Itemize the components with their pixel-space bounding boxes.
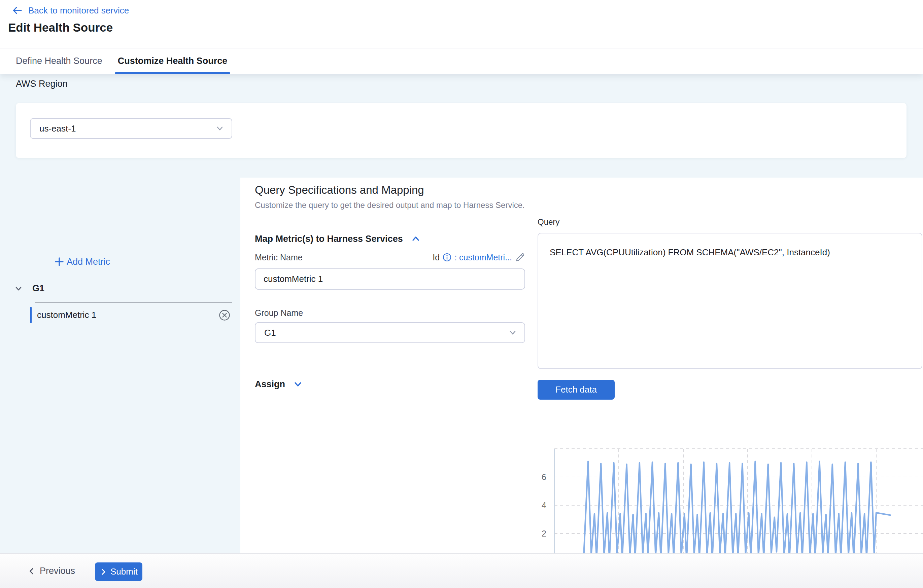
assign-toggle[interactable]: Assign — [255, 379, 303, 390]
aws-region-select[interactable]: us-east-1 — [30, 118, 232, 139]
tab-customize-health-source[interactable]: Customize Health Source — [118, 48, 228, 74]
page-header: Back to monitored service Edit Health So… — [0, 0, 923, 48]
section-subheading: Customize the query to get the desired o… — [255, 200, 525, 210]
fetch-data-button[interactable]: Fetch data — [537, 380, 615, 400]
metric-id-link[interactable]: : customMetri... — [455, 252, 512, 262]
chevron-down-icon — [13, 283, 23, 294]
previous-button-label: Previous — [40, 566, 75, 576]
aws-region-value: us-east-1 — [39, 123, 76, 134]
query-label: Query — [537, 217, 560, 227]
chevron-down-icon — [292, 379, 303, 390]
section-heading: Query Specifications and Mapping — [255, 183, 424, 197]
arrow-left-icon — [11, 5, 23, 16]
selected-indicator — [30, 307, 32, 323]
query-text: SELECT AVG(CPUUtilization) FROM SCHEMA("… — [550, 247, 830, 257]
pencil-icon[interactable] — [515, 252, 525, 262]
svg-text:6: 6 — [542, 472, 546, 482]
assign-label: Assign — [255, 379, 285, 390]
submit-button[interactable]: Submit — [95, 562, 142, 581]
add-metric-label: Add Metric — [67, 257, 110, 267]
chevron-up-icon — [411, 233, 421, 244]
metric-group-name: G1 — [32, 283, 44, 294]
back-link[interactable]: Back to monitored service — [11, 5, 129, 16]
svg-text:4: 4 — [542, 501, 546, 510]
metric-chart-container: 246 — [532, 437, 923, 554]
back-link-label: Back to monitored service — [28, 5, 129, 16]
info-icon[interactable] — [443, 253, 452, 262]
metric-name-label: Metric Name — [255, 252, 302, 262]
svg-text:2: 2 — [542, 529, 546, 538]
page-title: Edit Health Source — [8, 21, 113, 34]
circle-x-icon — [219, 310, 230, 321]
submit-button-label: Submit — [110, 567, 138, 577]
group-name-value: G1 — [264, 328, 276, 338]
query-editor[interactable]: SELECT AVG(CPUUtilization) FROM SCHEMA("… — [537, 233, 922, 369]
metric-item-label: customMetric 1 — [37, 310, 219, 320]
content-area: AWS Region us-east-1 Add Metric — [0, 74, 923, 554]
chevron-right-icon — [100, 568, 107, 576]
group-name-select[interactable]: G1 — [255, 322, 525, 343]
remove-metric-button[interactable] — [219, 310, 230, 321]
metrics-chart: 246 — [532, 437, 923, 554]
footer-bar: Previous Submit — [0, 554, 923, 588]
metrics-sidebar: Add Metric G1 customMetric 1 — [0, 165, 240, 554]
metric-group-toggle[interactable]: G1 — [13, 283, 44, 294]
query-mapping-panel: Query Specifications and Mapping Customi… — [240, 178, 923, 554]
tab-define-health-source[interactable]: Define Health Source — [16, 48, 102, 74]
group-name-label: Group Name — [255, 308, 303, 318]
plus-icon — [54, 256, 65, 267]
map-metrics-label: Map Metric(s) to Harness Services — [255, 234, 403, 244]
metric-id-row: Id : customMetri... — [432, 252, 525, 262]
edit-health-source-page: Back to monitored service Edit Health So… — [0, 0, 923, 588]
id-label: Id — [432, 252, 440, 262]
tab-bar: Define Health Source Customize Health So… — [0, 48, 923, 74]
add-metric-button[interactable]: Add Metric — [54, 256, 110, 267]
aws-region-card: us-east-1 — [16, 103, 907, 158]
chevron-left-icon — [28, 567, 36, 575]
previous-button[interactable]: Previous — [28, 554, 75, 588]
chevron-down-icon — [215, 123, 225, 134]
metric-list-item[interactable]: customMetric 1 — [30, 307, 232, 323]
chevron-down-icon — [507, 328, 518, 338]
map-metrics-toggle[interactable]: Map Metric(s) to Harness Services — [255, 233, 421, 244]
metric-name-input[interactable] — [255, 269, 525, 290]
aws-region-label: AWS Region — [16, 79, 68, 89]
group-divider — [34, 302, 232, 303]
metric-name-row: Metric Name Id : customMetri... — [255, 252, 525, 262]
